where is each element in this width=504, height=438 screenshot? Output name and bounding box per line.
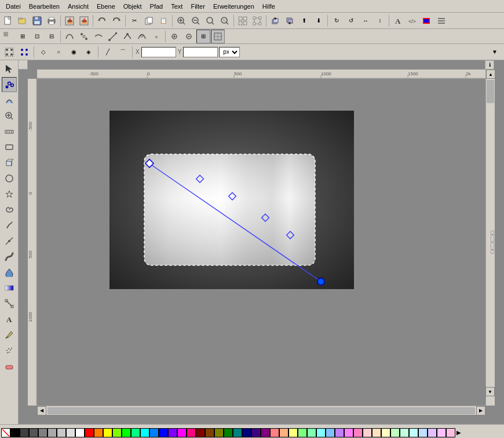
group-button[interactable] bbox=[236, 14, 250, 28]
color-lightyellow[interactable] bbox=[288, 428, 298, 437]
color-darkred[interactable] bbox=[196, 428, 205, 437]
text-tool[interactable]: A bbox=[2, 312, 17, 327]
color-darkgray[interactable] bbox=[20, 428, 29, 437]
color-e0e0e0[interactable] bbox=[66, 428, 75, 437]
side-panel-btn[interactable] bbox=[491, 231, 494, 254]
gradient-handle-end[interactable] bbox=[317, 278, 324, 285]
raise-button[interactable] bbox=[268, 14, 282, 28]
menu-pfad[interactable]: Pfad bbox=[147, 2, 167, 11]
paste-button[interactable]: 📋 bbox=[156, 14, 170, 28]
smooth-btn[interactable] bbox=[135, 30, 149, 43]
color-darkblue[interactable] bbox=[242, 428, 251, 437]
bottom-button[interactable]: ⬇ bbox=[312, 14, 326, 28]
color-darkmagenta[interactable] bbox=[261, 428, 270, 437]
node-symm-btn[interactable]: ◉ bbox=[67, 45, 81, 59]
select-nodes-in-rect-btn[interactable] bbox=[17, 45, 31, 59]
import-button[interactable]: 📥 bbox=[63, 14, 76, 28]
color-cyan[interactable] bbox=[140, 428, 149, 437]
color-darkviolet[interactable] bbox=[251, 428, 261, 437]
scroll-right-button[interactable]: ▶ bbox=[476, 406, 485, 415]
3dbox-tool[interactable] bbox=[2, 155, 17, 170]
spray-tool[interactable] bbox=[2, 343, 17, 358]
lower-button[interactable] bbox=[283, 14, 297, 28]
select-tool[interactable] bbox=[2, 61, 17, 76]
color-brown[interactable] bbox=[205, 428, 214, 437]
bezier-btn[interactable] bbox=[63, 30, 76, 43]
zoom-in-button[interactable] bbox=[174, 14, 188, 28]
color-aaa[interactable] bbox=[48, 428, 57, 437]
bucket-tool[interactable] bbox=[2, 265, 17, 280]
color-magenta[interactable] bbox=[177, 428, 187, 437]
snap-btn[interactable] bbox=[1, 30, 15, 43]
snap4-btn[interactable]: ⊟ bbox=[45, 30, 59, 43]
color-extralight5[interactable] bbox=[400, 428, 409, 437]
zoom-out-button[interactable] bbox=[189, 14, 203, 28]
gradient-tool[interactable] bbox=[2, 280, 17, 295]
scroll-left-button[interactable]: ◀ bbox=[37, 406, 46, 415]
seg-curve-btn[interactable]: ⌒ bbox=[116, 45, 130, 59]
color-yellow[interactable] bbox=[103, 428, 112, 437]
pen-tool[interactable] bbox=[2, 233, 17, 249]
canvas-area[interactable]: -500 0 500 1000 1500 2k bbox=[19, 60, 504, 424]
menu-hilfe[interactable]: Hilfe bbox=[259, 2, 279, 11]
rect-tool[interactable] bbox=[2, 140, 17, 155]
redo-button[interactable] bbox=[109, 14, 123, 28]
menu-erweiterungen[interactable]: Erweiterungen bbox=[210, 2, 258, 11]
color-gray808[interactable] bbox=[38, 428, 48, 437]
snap2-btn[interactable]: ⊞ bbox=[16, 30, 30, 43]
rotate-ccw-button[interactable]: ↺ bbox=[344, 14, 358, 28]
color-peach[interactable] bbox=[279, 428, 288, 437]
color-lightblue[interactable] bbox=[326, 428, 335, 437]
color-limegreen[interactable] bbox=[112, 428, 122, 437]
node-smooth-btn2[interactable]: ○ bbox=[52, 45, 65, 59]
palette-scroll-right[interactable]: ▶ bbox=[455, 429, 462, 436]
color-extralight7[interactable] bbox=[418, 428, 428, 437]
menu-bearbeiten[interactable]: Bearbeiten bbox=[25, 2, 63, 11]
curve-btn[interactable] bbox=[92, 30, 105, 43]
print-button[interactable] bbox=[45, 14, 59, 28]
cusp-btn[interactable] bbox=[120, 30, 134, 43]
new-button[interactable] bbox=[1, 14, 15, 28]
copy-button[interactable] bbox=[142, 14, 156, 28]
rotate-cw-button[interactable]: ↻ bbox=[330, 14, 344, 28]
ungroup-button[interactable] bbox=[250, 14, 264, 28]
color-white[interactable] bbox=[75, 428, 85, 437]
color-extralight10[interactable] bbox=[446, 428, 455, 437]
fill-stroke-btn[interactable] bbox=[420, 14, 434, 28]
color-extralight6[interactable] bbox=[409, 428, 418, 437]
flip-v-button[interactable]: ↕ bbox=[373, 14, 387, 28]
color-extralight8[interactable] bbox=[428, 428, 437, 437]
scroll-up-button[interactable]: ▲ bbox=[486, 70, 495, 79]
undo-button[interactable] bbox=[95, 14, 109, 28]
color-lightviolet[interactable] bbox=[335, 428, 344, 437]
color-extralight9[interactable] bbox=[437, 428, 446, 437]
save-button[interactable] bbox=[30, 14, 44, 28]
star-tool[interactable] bbox=[2, 187, 17, 202]
menu-objekt[interactable]: Objekt bbox=[120, 2, 145, 11]
color-mintgreen[interactable] bbox=[307, 428, 316, 437]
color-darkyellow[interactable] bbox=[214, 428, 224, 437]
line-btn[interactable] bbox=[106, 30, 120, 43]
open-button[interactable] bbox=[16, 14, 30, 28]
flip-h-button[interactable]: ↔ bbox=[359, 14, 372, 28]
color-extralight4[interactable] bbox=[390, 428, 400, 437]
align-btn[interactable] bbox=[434, 14, 448, 28]
color-skyblue[interactable] bbox=[149, 428, 159, 437]
color-orange[interactable] bbox=[94, 428, 103, 437]
tweak-tool[interactable] bbox=[2, 93, 17, 108]
cut-button[interactable]: ✂ bbox=[127, 14, 141, 28]
snap3-btn[interactable]: ⊡ bbox=[30, 30, 44, 43]
menu-text[interactable]: Text bbox=[167, 2, 186, 11]
color-green[interactable] bbox=[122, 428, 131, 437]
color-extralight2[interactable] bbox=[372, 428, 381, 437]
color-extralight1[interactable] bbox=[363, 428, 372, 437]
color-extralight3[interactable] bbox=[381, 428, 390, 437]
units-select[interactable]: px mm cm in pt bbox=[219, 47, 240, 57]
connector-tool[interactable] bbox=[2, 296, 17, 311]
color-lightrose[interactable] bbox=[353, 428, 363, 437]
node-x-input[interactable]: 0.000 bbox=[141, 47, 176, 57]
color-none[interactable] bbox=[1, 428, 10, 437]
export-button[interactable]: 📤 bbox=[77, 14, 91, 28]
measure-tool[interactable] bbox=[2, 124, 17, 139]
node-auto-btn[interactable]: ◈ bbox=[82, 45, 96, 59]
